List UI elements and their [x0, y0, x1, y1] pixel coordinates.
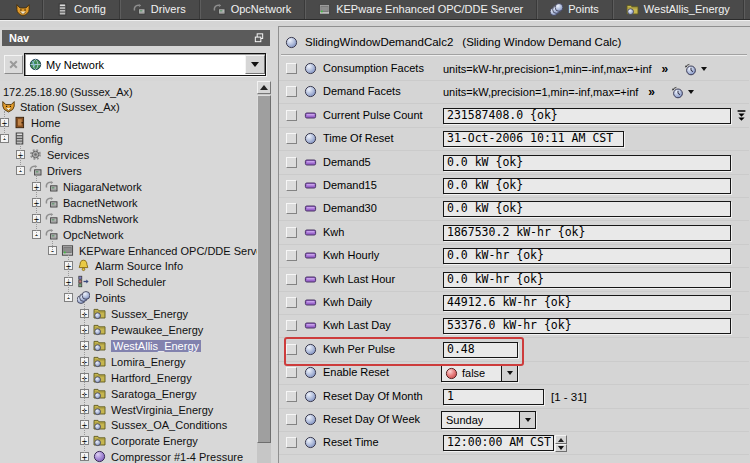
nav-item-corporate-energy[interactable]: +Corporate Energy: [0, 433, 198, 449]
nav-item-alarm-source-info[interactable]: +Alarm Source Info: [0, 258, 183, 274]
nav-item-hartford-energy[interactable]: +Hartford_Energy: [0, 370, 192, 386]
value-field-current-pulse-count[interactable]: 231587408.0 {ok}: [443, 108, 731, 124]
row-checkbox[interactable]: [286, 227, 297, 238]
nav-item-saratoga-energy[interactable]: +Saratoga_Energy: [0, 386, 197, 402]
property-row-reset-day-of-week[interactable]: Reset Day Of WeekSunday: [279, 409, 749, 432]
nav-item-opcnetwork[interactable]: -OpcNetwork: [0, 227, 124, 243]
nav-item-lomira-energy[interactable]: +Lomira_Energy: [0, 354, 186, 370]
nav-item-points[interactable]: -Points: [0, 290, 126, 306]
nav-item-poll-scheduler[interactable]: +Poll Scheduler: [0, 274, 166, 290]
nav-item-sussex-oa-conditions[interactable]: +Sussex_OA_Conditions: [0, 417, 227, 433]
value-field-demand15[interactable]: 0.0 kW {ok}: [443, 178, 731, 194]
spin-up-button[interactable]: [555, 435, 567, 444]
property-row-reset-day-of-month[interactable]: Reset Day Of Month1[1 - 31]: [279, 386, 749, 409]
property-row-kwh-per-pulse[interactable]: Kwh Per Pulse0.48: [279, 339, 749, 362]
property-row-kwh-last-hour[interactable]: Kwh Last Hour0.0 kW-hr {ok}: [279, 269, 749, 292]
nav-item-sussex-energy[interactable]: +Sussex_Energy: [0, 306, 188, 322]
nav-item-config[interactable]: -Config: [0, 131, 63, 147]
nav-item-compressor-1-4-pressure[interactable]: +Compressor #1-4 Pressure: [0, 449, 243, 463]
nav-item-home[interactable]: +Home: [0, 115, 60, 131]
property-row-reset-time[interactable]: Reset Time12:00:00 AM CST: [279, 432, 749, 455]
facets-edit-button[interactable]: »: [648, 85, 654, 99]
row-checkbox[interactable]: [286, 367, 297, 378]
value-field-demand30[interactable]: 0.0 kW {ok}: [443, 201, 731, 217]
nav-item-kepware-enhanced-opc-dde-server[interactable]: -KEPware Enhanced OPC/DDE Server: [0, 243, 257, 259]
value-field-reset-time[interactable]: 12:00:00 AM CST: [443, 435, 554, 451]
combo-enable-reset[interactable]: false: [441, 364, 518, 382]
path-tab-westallis-energy[interactable]: WestAllis_Energy: [612, 0, 743, 19]
combo-dropdown-button[interactable]: [519, 412, 535, 428]
close-nav-button[interactable]: [4, 55, 23, 74]
property-row-enable-reset[interactable]: Enable Resetfalse: [279, 362, 749, 385]
value-field-kwh-daily[interactable]: 44912.6 kW-hr {ok}: [443, 295, 731, 311]
property-row-demand-facets[interactable]: Demand Facetsunits=kW,precision=1,min=-i…: [279, 81, 749, 104]
nav-item-bacnetnetwork[interactable]: +BacnetNetwork: [0, 195, 138, 211]
value-field-time-of-reset[interactable]: 31-Oct-2006 10:11 AM CST: [443, 131, 624, 147]
row-checkbox[interactable]: [286, 203, 297, 214]
row-checkbox[interactable]: [286, 180, 297, 191]
row-checkbox[interactable]: [286, 157, 297, 168]
path-tab-drivers[interactable]: Drivers: [119, 0, 199, 19]
row-checkbox[interactable]: [286, 391, 297, 402]
property-row-demand5[interactable]: Demand50.0 kW {ok}: [279, 152, 749, 175]
property-row-demand15[interactable]: Demand150.0 kW {ok}: [279, 175, 749, 198]
row-checkbox[interactable]: [286, 320, 297, 331]
nav-item-pewaukee-energy[interactable]: +Pewaukee_Energy: [0, 322, 203, 338]
spin-down-button[interactable]: [555, 444, 567, 453]
property-row-demand30[interactable]: Demand300.0 kW {ok}: [279, 198, 749, 221]
nav-title-bar[interactable]: Nav: [2, 30, 270, 46]
property-row-kwh-last-day[interactable]: Kwh Last Day53376.0 kW-hr {ok}: [279, 315, 749, 338]
nav-item-172-25-18-90-sussex-ax[interactable]: 172.25.18.90 (Sussex_Ax): [0, 84, 133, 100]
row-checkbox[interactable]: [286, 110, 297, 121]
network-selector[interactable]: My Network: [24, 53, 266, 76]
row-checkbox[interactable]: [286, 437, 297, 448]
float-panel-icon[interactable]: [253, 32, 265, 44]
time-spinner[interactable]: [555, 435, 567, 452]
row-checkbox[interactable]: [286, 344, 297, 355]
nav-item-services[interactable]: +Services: [0, 147, 89, 163]
row-checkbox[interactable]: [286, 274, 297, 285]
property-row-consumption-facets[interactable]: Consumption Facetsunits=kW-hr,precision=…: [279, 58, 749, 81]
nav-scrollbar[interactable]: [257, 81, 271, 463]
property-row-current-pulse-count[interactable]: Current Pulse Count231587408.0 {ok}: [279, 105, 749, 128]
row-checkbox[interactable]: [286, 86, 297, 97]
path-tab-sliding[interactable]: Sliding: [743, 0, 750, 19]
path-tab-points[interactable]: Points: [536, 0, 612, 19]
value-field-kwh-per-pulse[interactable]: 0.48: [443, 342, 518, 358]
path-tab-opcnetwork[interactable]: OpcNetwork: [199, 0, 305, 19]
row-checkbox[interactable]: [286, 297, 297, 308]
point-icon: [304, 85, 317, 98]
facets-options[interactable]: [671, 86, 694, 99]
actions-dropdown-icon[interactable]: [735, 109, 748, 123]
network-selector-dropdown-button[interactable]: [245, 55, 265, 74]
value-field-kwh-last-hour[interactable]: 0.0 kW-hr {ok}: [443, 272, 731, 288]
value-field-kwh-hourly[interactable]: 0.0 kW-hr {ok}: [443, 248, 731, 264]
path-tab-kepware-enhanced-opc-dde-server[interactable]: KEPware Enhanced OPC/DDE Server: [304, 0, 536, 19]
value-field-reset-day-of-month[interactable]: 1: [443, 389, 544, 405]
row-checkbox[interactable]: [286, 133, 297, 144]
combo-reset-day-of-week[interactable]: Sunday: [441, 411, 536, 429]
nav-item-niagaranetwork[interactable]: +NiagaraNetwork: [0, 179, 142, 195]
facets-options[interactable]: [684, 63, 707, 76]
property-row-time-of-reset[interactable]: Time Of Reset31-Oct-2006 10:11 AM CST: [279, 128, 749, 151]
scrollbar-thumb[interactable]: [257, 95, 271, 443]
property-label: Time Of Reset: [323, 132, 394, 144]
scroll-up-button[interactable]: [257, 81, 271, 94]
property-row-kwh-hourly[interactable]: Kwh Hourly0.0 kW-hr {ok}: [279, 245, 749, 268]
nav-item-westallis-energy[interactable]: +WestAllis_Energy: [0, 338, 201, 354]
property-row-kwh-daily[interactable]: Kwh Daily44912.6 kW-hr {ok}: [279, 292, 749, 315]
row-checkbox[interactable]: [286, 414, 297, 425]
facets-edit-button[interactable]: »: [662, 62, 668, 76]
value-field-kwh-last-day[interactable]: 53376.0 kW-hr {ok}: [443, 318, 731, 334]
value-field-demand5[interactable]: 0.0 kW {ok}: [443, 155, 731, 171]
row-checkbox[interactable]: [286, 63, 297, 74]
combo-dropdown-button[interactable]: [501, 365, 517, 381]
row-checkbox[interactable]: [286, 250, 297, 261]
nav-item-drivers[interactable]: -Drivers: [0, 163, 82, 179]
path-tab-config[interactable]: Config: [42, 0, 119, 19]
nav-item-station-sussex-ax[interactable]: Station (Sussex_Ax): [0, 99, 120, 115]
nav-item-westvirginia-energy[interactable]: +WestVirginia_Energy: [0, 402, 213, 418]
value-field-kwh[interactable]: 1867530.2 kW-hr {ok}: [443, 225, 731, 241]
property-row-kwh[interactable]: Kwh1867530.2 kW-hr {ok}: [279, 222, 749, 245]
nav-item-rdbmsnetwork[interactable]: +RdbmsNetwork: [0, 211, 138, 227]
